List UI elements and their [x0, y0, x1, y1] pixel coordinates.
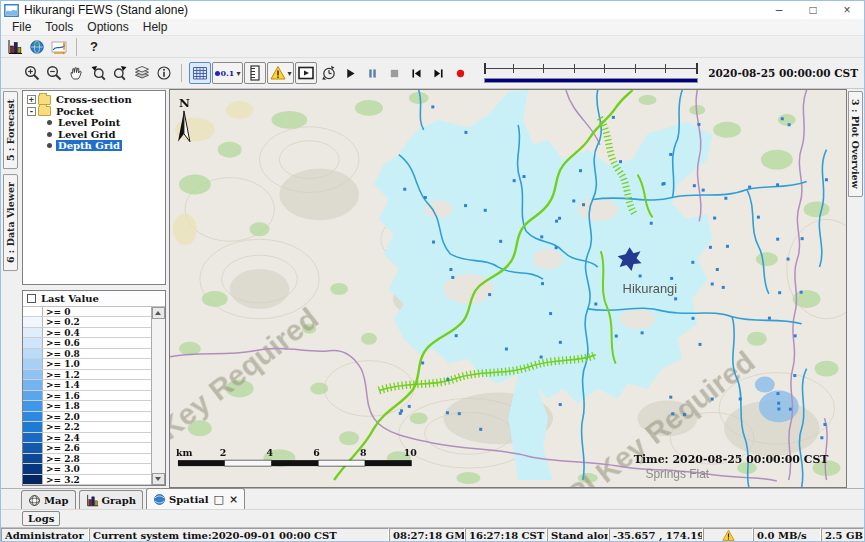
- zoom-previous-icon: [90, 65, 106, 81]
- tree-item-pocket[interactable]: - Pocket: [23, 106, 165, 118]
- legend-swatch: [23, 443, 43, 453]
- legend-row[interactable]: >= 0: [23, 307, 151, 318]
- globe-icon: [29, 39, 45, 55]
- legend-row[interactable]: >= 2.0: [23, 412, 151, 423]
- undock-icon[interactable]: □: [214, 493, 224, 506]
- tab-data-viewer[interactable]: 6 : Data Viewer: [3, 174, 18, 271]
- legend-row[interactable]: >= 2.2: [23, 422, 151, 433]
- bar-chart-icon: [7, 39, 23, 55]
- pause-button[interactable]: [362, 62, 383, 84]
- legend-label: >= 0.6: [43, 338, 80, 348]
- zoom-next-button[interactable]: [110, 62, 131, 84]
- legend-row[interactable]: >= 2.8: [23, 454, 151, 465]
- tab-map[interactable]: Map: [21, 490, 76, 509]
- legend-swatch: [23, 412, 43, 422]
- zoom-in-button[interactable]: [22, 62, 43, 84]
- legend-row[interactable]: >= 1.8: [23, 401, 151, 412]
- legend-swatch: [23, 359, 43, 369]
- svg-text:km: km: [176, 447, 193, 458]
- legend-row[interactable]: >= 1.0: [23, 359, 151, 370]
- menu-item[interactable]: Help: [136, 20, 175, 34]
- logs-button[interactable]: Logs: [22, 511, 60, 526]
- layers-button[interactable]: [132, 62, 153, 84]
- tab-plot-overview[interactable]: 3 : Plot Overview: [848, 91, 863, 197]
- legend-swatch: [23, 391, 43, 401]
- info-button[interactable]: [154, 62, 175, 84]
- legend-row[interactable]: >= 1.2: [23, 370, 151, 381]
- thresholds-dropdown[interactable]: ▾: [267, 62, 294, 84]
- collapse-icon[interactable]: -: [27, 107, 36, 116]
- scalebar-button[interactable]: [244, 62, 266, 84]
- legend-row[interactable]: >= 0.4: [23, 328, 151, 339]
- legend-row[interactable]: >= 1.6: [23, 391, 151, 402]
- menu-item[interactable]: Tools: [38, 20, 80, 34]
- legend-swatch: [23, 454, 43, 464]
- legend-scrollbar[interactable]: [152, 307, 165, 486]
- expand-icon[interactable]: +: [27, 95, 36, 104]
- scroll-down-button[interactable]: [152, 473, 165, 485]
- title-bar: Hikurangi FEWS (Stand alone) – □ ×: [1, 1, 864, 19]
- tab-spatial[interactable]: Spatial □ ×: [146, 488, 245, 509]
- legend-panel: Last Value >= 0 >= 0.2: [22, 290, 166, 487]
- tab-forecast[interactable]: 5 : Forecast: [3, 91, 18, 169]
- play-button[interactable]: [340, 62, 361, 84]
- left-tab-strip: 5 : Forecast 6 : Data Viewer: [1, 89, 21, 488]
- folder-icon: [38, 95, 51, 105]
- contour-interval-dropdown[interactable]: 0.1 ▾: [212, 62, 244, 84]
- bullet-icon: [47, 120, 52, 125]
- chevron-down-icon: ▾: [236, 69, 240, 78]
- legend-row[interactable]: >= 3.2: [23, 475, 151, 486]
- legend-row[interactable]: >= 1.4: [23, 380, 151, 391]
- legend-row[interactable]: >= 3.0: [23, 464, 151, 475]
- timeline-period-bar[interactable]: [484, 78, 698, 83]
- tree-item-level-grid[interactable]: Level Grid: [23, 129, 165, 141]
- data-viewer-panel: + Cross-section - Pocket Level Point Lev…: [21, 89, 169, 488]
- last-value-checkbox[interactable]: [27, 294, 36, 303]
- time-navigator-button[interactable]: [318, 62, 339, 84]
- info-icon: [156, 65, 172, 81]
- svg-text:2: 2: [219, 447, 226, 458]
- profile-display-button[interactable]: [49, 36, 70, 58]
- help-button[interactable]: ?: [84, 36, 105, 58]
- scrollbar-track[interactable]: [152, 319, 165, 474]
- status-warning-cell[interactable]: [703, 528, 753, 542]
- legend-swatch: [23, 464, 43, 474]
- step-back-button[interactable]: [406, 62, 427, 84]
- filter-tree: + Cross-section - Pocket Level Point Lev…: [22, 90, 166, 285]
- zoom-previous-button[interactable]: [88, 62, 109, 84]
- pan-button[interactable]: [66, 62, 87, 84]
- skip-start-icon: [410, 67, 423, 80]
- close-button[interactable]: ×: [830, 1, 864, 19]
- stop-button[interactable]: [384, 62, 405, 84]
- timer-icon: [321, 65, 337, 81]
- tree-item-level-point[interactable]: Level Point: [23, 117, 165, 129]
- legend-label: >= 2.0: [43, 412, 80, 422]
- map-display-button[interactable]: [27, 36, 48, 58]
- record-button[interactable]: [450, 62, 471, 84]
- grid-display-button[interactable]: [189, 62, 211, 84]
- explorer-button[interactable]: [5, 36, 26, 58]
- close-tab-icon[interactable]: ×: [229, 493, 238, 506]
- tree-item-depth-grid[interactable]: Depth Grid: [23, 140, 165, 152]
- minimize-button[interactable]: –: [762, 1, 796, 19]
- menu-item[interactable]: Options: [80, 20, 135, 34]
- legend-swatch: [23, 475, 43, 485]
- scroll-up-button[interactable]: [152, 307, 165, 319]
- legend-row[interactable]: >= 0.2: [23, 317, 151, 328]
- maximize-button[interactable]: □: [796, 1, 830, 19]
- grid-icon: [192, 65, 208, 81]
- timeline-slider[interactable]: [482, 61, 700, 85]
- menu-item[interactable]: File: [5, 20, 38, 34]
- legend-row[interactable]: >= 2.4: [23, 433, 151, 444]
- main-toolbar: ?: [1, 36, 864, 58]
- hand-icon: [68, 65, 84, 81]
- map-canvas[interactable]: API Key Required API Key Required: [169, 89, 847, 488]
- legend-row[interactable]: >= 2.6: [23, 443, 151, 454]
- tab-graph[interactable]: Graph: [79, 490, 144, 509]
- zoom-out-button[interactable]: [44, 62, 65, 84]
- place-label-hikurangi: Hikurangi: [622, 281, 677, 296]
- step-forward-button[interactable]: [428, 62, 449, 84]
- legend-row[interactable]: >= 0.6: [23, 338, 151, 349]
- legend-row[interactable]: >= 0.8: [23, 349, 151, 360]
- animation-button[interactable]: [295, 62, 317, 84]
